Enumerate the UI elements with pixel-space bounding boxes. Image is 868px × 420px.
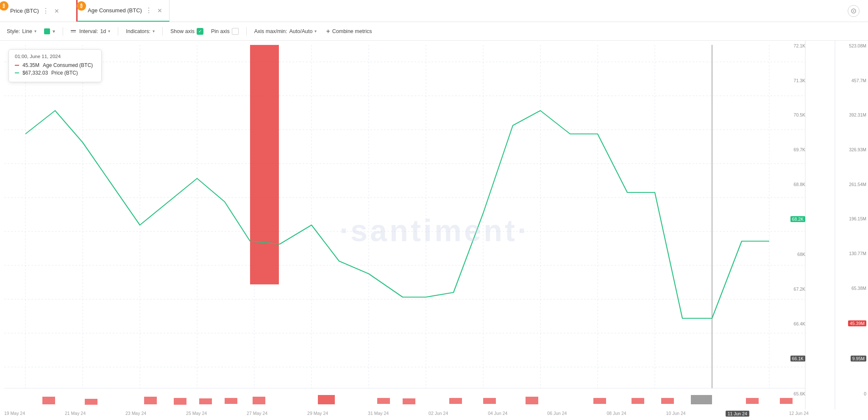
x-label-4: 27 May 24 (247, 411, 267, 417)
y-left-label-4: 68.8K (794, 182, 805, 187)
y-left-highlight: 68.2K (790, 216, 805, 222)
y-right-highlight-row: 45.39M (848, 320, 866, 326)
indicators-label: Indicators: (126, 28, 150, 34)
tab-price-label: Price (BTC) (10, 8, 39, 14)
pin-axis-checkbox[interactable] (232, 28, 239, 35)
separator-3 (162, 27, 163, 36)
axis-maxmin-chevron: ▾ (314, 29, 317, 33)
y-left-label-6: 67.2K (794, 286, 805, 292)
tab-price-menu-icon[interactable]: ⋮ (42, 7, 49, 15)
color-swatch[interactable] (44, 28, 50, 34)
axis-maxmin-selector[interactable]: Axis max/min: Auto/Auto ▾ (254, 28, 317, 34)
y-right-label-2: 392.31M (849, 112, 866, 117)
svg-rect-40 (449, 398, 462, 404)
y-right-label-0: 523.08M (849, 43, 866, 48)
svg-rect-47 (746, 398, 759, 404)
axis-maxmin-label: Axis max/min: (254, 28, 287, 34)
tooltip-dot-green (15, 72, 19, 73)
tooltip-age-label: Age Consumed (BTC) (43, 62, 93, 68)
tab-age-label: Age Consumed (BTC) (88, 7, 142, 14)
y-left-label-2: 70.5K (794, 112, 805, 117)
svg-rect-42 (526, 397, 538, 404)
btc-badge-age: ₿ (77, 1, 86, 11)
y-right-label-8: 0 (864, 391, 866, 396)
x-label-0: 19 May 24 (4, 411, 25, 417)
style-label: Style: (7, 28, 20, 34)
svg-rect-29 (250, 45, 279, 284)
y-axis-right: 523.08M 457.7M 392.31M 326.93M 261.54M 1… (828, 41, 866, 399)
y-axis-left: 72.1K 71.3K 70.5K 69.7K 68.8K 68.2K 68K … (783, 41, 805, 399)
show-axis-checkbox[interactable]: ✓ (197, 28, 203, 35)
settings-button[interactable] (848, 5, 860, 17)
interval-chevron: ▾ (108, 29, 110, 33)
x-label-10: 08 Jun 24 (606, 411, 626, 417)
y-left-dark-highlight: 66.1K (790, 356, 805, 362)
svg-rect-38 (377, 398, 390, 404)
axis-maxmin-value: Auto/Auto (289, 28, 313, 34)
y-left-label-0: 72.1K (794, 43, 805, 48)
chart-svg: .grid-line { stroke: #dde3ee; stroke-wid… (0, 41, 868, 420)
show-axis-label: Show axis (170, 28, 195, 34)
tooltip-age-value: 45.35M (22, 62, 39, 68)
tooltip-row-price: $67,332.03 Price (BTC) (15, 70, 95, 76)
interval-icon (71, 30, 76, 32)
x-label-12: 12 Jun 24 (789, 411, 809, 417)
tab-bar: ₿ Price (BTC) ⋮ ✕ ₿ Age Consumed (BTC) ⋮… (0, 0, 868, 22)
indicators-selector[interactable]: Indicators: ▾ (126, 28, 155, 34)
tooltip-dot-red (15, 65, 19, 66)
y-right-label-1: 457.7M (851, 78, 866, 83)
separator-2 (118, 27, 118, 36)
chart-tooltip: 01:00, June 11, 2024 45.35M Age Consumed… (8, 49, 102, 82)
x-axis: 19 May 24 21 May 24 23 May 24 25 May 24 … (4, 411, 809, 417)
x-label-3: 25 May 24 (186, 411, 207, 417)
svg-rect-44 (632, 398, 644, 404)
svg-rect-43 (593, 398, 606, 404)
svg-rect-2 (0, 41, 868, 420)
btc-badge-price: ₿ (0, 1, 8, 11)
tooltip-row-age: 45.35M Age Consumed (BTC) (15, 62, 95, 68)
y-left-label-1: 71.3K (794, 78, 805, 83)
x-label-2: 23 May 24 (125, 411, 146, 417)
y-right-label-6: 130.77M (849, 251, 866, 256)
top-right-actions (848, 5, 868, 17)
svg-rect-32 (144, 397, 157, 404)
svg-point-1 (853, 10, 854, 11)
svg-rect-31 (85, 399, 97, 405)
x-label-8: 04 Jun 24 (488, 411, 507, 417)
pin-axis-label: Pin axis (211, 28, 230, 34)
x-label-6: 31 May 24 (368, 411, 389, 417)
tab-age-menu-icon[interactable]: ⋮ (145, 6, 152, 14)
svg-rect-35 (225, 398, 237, 404)
style-chevron: ▾ (34, 29, 36, 33)
indicators-chevron: ▾ (153, 29, 155, 33)
svg-rect-36 (253, 397, 265, 404)
chart-toolbar: Style: Line ▾ ▾ Interval: 1d ▾ Indicator… (0, 22, 868, 41)
style-selector[interactable]: Style: Line ▾ (7, 28, 36, 34)
x-label-active: 11 Jun 24 (726, 411, 749, 417)
y-right-label-3: 326.93M (849, 147, 866, 152)
interval-label: Interval: (79, 28, 98, 34)
y-left-label-5: 68K (797, 252, 805, 257)
tooltip-price-label: Price (BTC) (51, 70, 78, 76)
svg-rect-34 (199, 398, 212, 404)
color-chevron: ▾ (53, 28, 55, 34)
y-left-label-7: 66.4K (794, 321, 805, 326)
svg-rect-30 (42, 397, 55, 404)
x-label-7: 02 Jun 24 (428, 411, 448, 417)
y-left-label-3: 69.7K (794, 147, 805, 152)
combine-metrics-button[interactable]: + Combine metrics (326, 28, 372, 35)
tab-age-consumed-btc[interactable]: ₿ Age Consumed (BTC) ⋮ ✕ (76, 0, 170, 22)
y-right-dark-row: 9.95M (851, 356, 866, 362)
y-left-highlight-row: 68.2K (790, 216, 805, 222)
show-axis-toggle[interactable]: Show axis ✓ (170, 28, 203, 35)
pin-axis-toggle[interactable]: Pin axis (211, 28, 239, 35)
svg-rect-45 (661, 398, 674, 404)
svg-rect-41 (483, 398, 496, 404)
y-right-label-4: 261.54M (849, 182, 866, 187)
tab-price-close-icon[interactable]: ✕ (54, 8, 59, 14)
tooltip-price-value: $67,332.03 (22, 70, 48, 76)
interval-selector[interactable]: Interval: 1d ▾ (71, 28, 110, 34)
tab-price-btc[interactable]: ₿ Price (BTC) ⋮ ✕ (0, 0, 76, 22)
y-right-label-5: 196.15M (849, 216, 866, 221)
tab-age-close-icon[interactable]: ✕ (157, 7, 162, 14)
